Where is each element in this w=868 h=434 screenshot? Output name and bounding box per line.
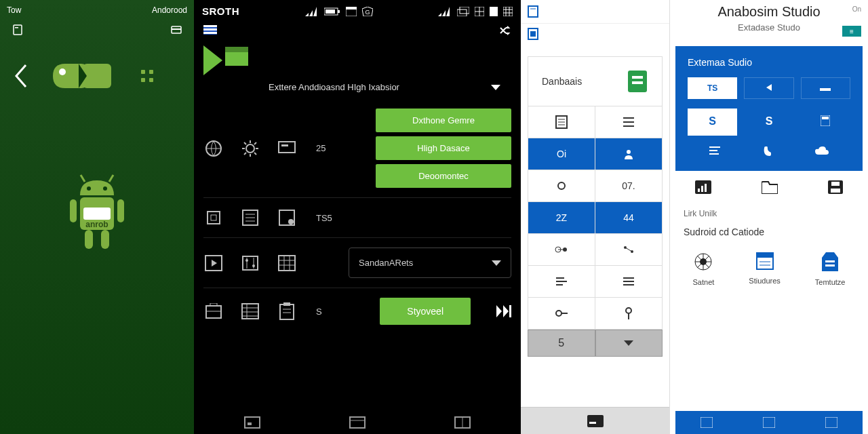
svg-rect-72 <box>242 304 258 319</box>
cell-2z[interactable]: 2Z <box>528 201 595 234</box>
foot-icon-1[interactable] <box>701 417 713 428</box>
btn-2[interactable]: Hligh Dasace <box>376 136 511 160</box>
tab-2[interactable] <box>744 77 793 99</box>
gear-icon[interactable] <box>240 138 260 159</box>
sbox-2[interactable]: S <box>744 108 793 136</box>
svg-rect-17 <box>326 9 335 14</box>
back-icon[interactable] <box>14 64 28 88</box>
svg-rect-81 <box>509 305 511 317</box>
cell-user[interactable] <box>595 138 663 170</box>
cell-lines[interactable] <box>528 265 595 298</box>
s-row: S S <box>688 108 850 136</box>
foot-icon-3[interactable] <box>825 417 837 428</box>
sbox-1[interactable]: S <box>688 108 737 136</box>
button-column: Dxthone Gemre Hligh Dasace Deoomontec <box>376 108 511 188</box>
forward-icon[interactable] <box>496 305 511 317</box>
play-logo <box>194 39 521 82</box>
svg-rect-150 <box>763 417 775 428</box>
svg-line-109 <box>625 248 632 252</box>
cell-key[interactable] <box>528 297 595 330</box>
tab-ts[interactable]: TS <box>688 77 737 99</box>
tune-icon[interactable] <box>240 253 260 273</box>
save-icon[interactable] <box>828 180 843 194</box>
cloud-icon[interactable] <box>815 146 829 155</box>
cell-toggle[interactable] <box>528 233 595 266</box>
nav-home-icon[interactable] <box>244 416 260 429</box>
spreadsheet-icon[interactable] <box>240 301 260 321</box>
chip-icon[interactable] <box>203 208 224 228</box>
white-icons <box>670 171 868 203</box>
svg-rect-132 <box>701 186 703 192</box>
green-panel: Tow Andorood anrob <box>0 0 194 434</box>
card2-label: Stiudures <box>749 277 780 285</box>
link-text[interactable]: Lirk Unilk <box>670 203 868 224</box>
card-icon[interactable] <box>171 24 182 35</box>
cell-lines2[interactable] <box>595 265 663 298</box>
chart-icon[interactable] <box>695 180 711 194</box>
card-temtutze[interactable]: Temtutze <box>815 252 846 286</box>
hamburger-icon[interactable] <box>203 25 217 35</box>
grid-panel: Danbaais Oi 07. 2Z 44 <box>521 0 670 434</box>
svg-rect-51 <box>208 212 220 224</box>
clipboard-icon[interactable] <box>277 301 297 321</box>
cell-dots[interactable] <box>595 233 663 266</box>
card-satnet[interactable]: Satnet <box>693 252 715 286</box>
play-outline-icon[interactable] <box>203 253 224 273</box>
doc-icon[interactable] <box>12 24 23 35</box>
phone-icon[interactable] <box>763 146 772 156</box>
svg-rect-131 <box>698 189 700 192</box>
globe-icon[interactable] <box>203 138 224 159</box>
card-studures[interactable]: Stiudures <box>749 252 780 286</box>
card1-label: Satnet <box>693 278 715 286</box>
lines-icon[interactable] <box>709 146 720 155</box>
svg-rect-12 <box>117 199 124 222</box>
dropdown-label: Exttere Anddioasnd HIgh Ixabsior <box>269 82 399 92</box>
tab-3[interactable] <box>801 77 850 99</box>
cell-menu[interactable] <box>595 106 663 138</box>
folder-icon[interactable] <box>762 180 778 194</box>
svg-rect-14 <box>101 230 109 249</box>
cell-07[interactable]: 07. <box>595 170 663 202</box>
btn-1[interactable]: Dxthone Gemre <box>376 108 511 132</box>
nav-app-icon[interactable] <box>349 416 366 429</box>
monitor-icon[interactable] <box>277 138 297 159</box>
fx-icon[interactable]: ≡ <box>842 26 861 37</box>
number-input[interactable]: 5 <box>528 330 663 357</box>
grid2-icon <box>503 7 513 16</box>
run-button[interactable]: Styoveel <box>380 298 471 325</box>
target-dropdown[interactable]: SandanARets <box>349 248 511 278</box>
cell-pin[interactable] <box>595 297 663 330</box>
doc-blue-icon[interactable] <box>528 5 538 18</box>
btn-3[interactable]: Deoomontec <box>376 164 511 188</box>
input-dropdown[interactable] <box>595 330 663 357</box>
svg-point-118 <box>626 308 631 313</box>
cell-44[interactable]: 44 <box>595 201 663 234</box>
svg-rect-18 <box>338 10 340 13</box>
db-icon[interactable] <box>277 208 297 228</box>
svg-line-10 <box>109 175 113 182</box>
list-icon[interactable] <box>240 208 260 228</box>
doc-blue2-icon[interactable] <box>528 28 538 40</box>
cell-doc[interactable] <box>528 106 595 138</box>
cell-oi[interactable]: Oi <box>528 138 595 170</box>
svg-rect-49 <box>279 142 295 153</box>
shuffle-icon[interactable] <box>499 25 511 36</box>
svg-rect-136 <box>831 189 840 193</box>
sbox-calc[interactable] <box>801 108 850 136</box>
cell-circle[interactable] <box>528 170 595 202</box>
device-dropdown[interactable]: Exttere Anddioasnd HIgh Ixabsior <box>194 82 521 99</box>
row-2: TS5 <box>203 198 511 238</box>
toolbar <box>0 20 194 39</box>
menu-grid-icon[interactable] <box>141 70 153 82</box>
svg-rect-27 <box>490 7 498 16</box>
row4-s: S <box>316 307 322 317</box>
row-3: SandanARets <box>203 238 511 288</box>
package-icon[interactable] <box>203 301 224 321</box>
table-icon[interactable] <box>277 253 297 273</box>
row-1: 25 Dxthone Gemre Hligh Dasace Deoomontec <box>203 99 511 198</box>
layers-icon <box>457 7 469 16</box>
card-dark-icon[interactable] <box>587 415 604 427</box>
nav-grid-icon[interactable] <box>454 416 471 429</box>
foot-icon-2[interactable] <box>763 417 775 428</box>
svg-rect-77 <box>280 304 294 319</box>
